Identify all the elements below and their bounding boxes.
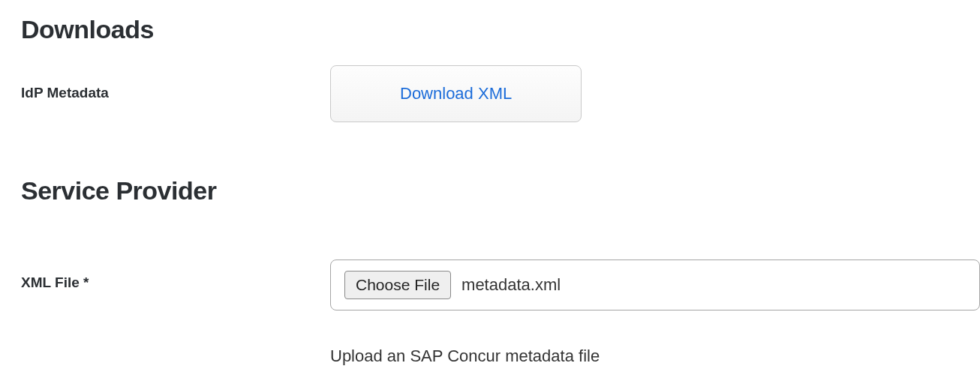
xml-file-label: XML File * [21,260,330,291]
idp-metadata-label: IdP Metadata [21,65,330,101]
downloads-heading: Downloads [21,15,959,44]
service-provider-heading: Service Provider [21,176,959,206]
selected-file-name: metadata.xml [461,275,561,295]
download-xml-button[interactable]: Download XML [330,65,582,122]
file-input-wrapper[interactable]: Choose File metadata.xml [330,260,980,310]
xml-file-help-text: Upload an SAP Concur metadata file [330,346,980,366]
idp-metadata-row: IdP Metadata Download XML [21,65,959,122]
xml-file-control: Choose File metadata.xml Upload an SAP C… [330,260,980,366]
xml-file-row: XML File * Choose File metadata.xml Uplo… [21,260,959,366]
choose-file-button[interactable]: Choose File [344,271,451,299]
idp-metadata-control: Download XML [330,65,959,122]
